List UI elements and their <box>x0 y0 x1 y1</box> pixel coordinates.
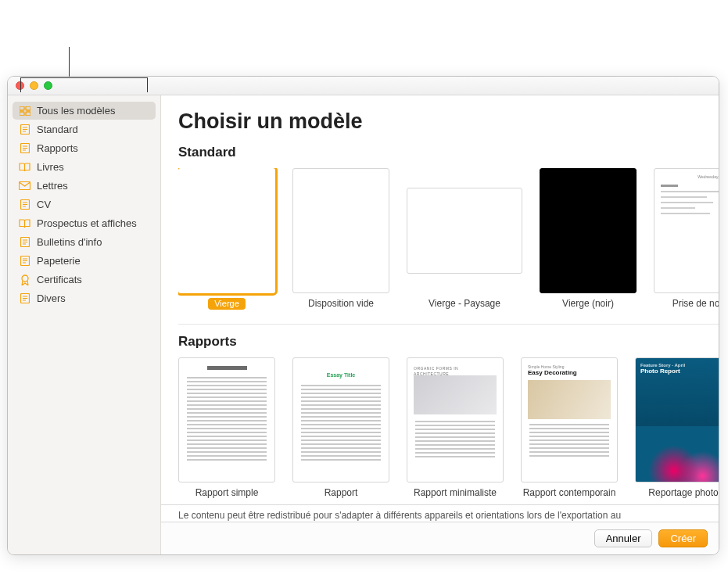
template-label: Vierge - Paysage <box>429 298 500 309</box>
template-thumbnail[interactable]: Wednesday, December 10 <box>654 168 719 293</box>
template-chooser-window: Tous les modèlesStandardRapportsLivresLe… <box>7 76 719 555</box>
sidebar-item-bulletins-d-info[interactable]: Bulletins d'info <box>13 233 156 251</box>
template-scroll-area[interactable]: Choisir un modèle StandardViergeDisposit… <box>161 95 719 504</box>
sidebar-item-papeterie[interactable]: Papeterie <box>13 252 156 270</box>
sidebar-item-rapports[interactable]: Rapports <box>13 139 156 157</box>
callout-bracket-left <box>20 77 70 78</box>
template-card[interactable]: Essay TitleRapport <box>292 357 389 498</box>
fullscreen-window-button[interactable] <box>44 81 52 90</box>
template-card[interactable]: Disposition vide <box>292 168 389 310</box>
sidebar-item-label: Certificats <box>37 274 82 285</box>
main-panel: Choisir un modèle StandardViergeDisposit… <box>161 95 719 554</box>
template-card[interactable]: ORGANIC FORMS IN ARCHITECTURERapport min… <box>407 357 504 498</box>
window-titlebar <box>8 77 719 95</box>
mail-icon <box>19 181 30 191</box>
template-card[interactable]: Simple Home StylingEasy DecoratingRappor… <box>521 357 618 498</box>
sidebar-item-cv[interactable]: CV <box>13 196 156 213</box>
sidebar-item-label: Divers <box>37 292 66 304</box>
sidebar-item-label: Standard <box>37 124 78 135</box>
book-icon <box>19 162 30 172</box>
template-card[interactable]: Vierge - Paysage <box>407 168 522 310</box>
sidebar-item-certificats[interactable]: Certificats <box>13 271 156 289</box>
svg-rect-0 <box>20 106 24 110</box>
template-card[interactable]: Vierge (noir) <box>540 168 637 310</box>
doc-icon <box>19 237 30 247</box>
sidebar-item-divers[interactable]: Divers <box>13 289 156 307</box>
cancel-button[interactable]: Annuler <box>594 529 653 547</box>
template-thumbnail[interactable] <box>292 168 389 293</box>
category-sidebar: Tous les modèlesStandardRapportsLivresLe… <box>8 95 161 554</box>
template-label: Rapport minimaliste <box>414 487 497 498</box>
template-card[interactable]: Vierge <box>178 168 275 310</box>
svg-rect-2 <box>20 112 24 116</box>
page-title: Choisir un modèle <box>178 109 719 134</box>
sidebar-item-lettres[interactable]: Lettres <box>13 177 156 195</box>
sidebar-item-label: Prospectus et affiches <box>37 217 137 229</box>
template-thumbnail[interactable]: Feature Story · AprilPhoto Report <box>635 357 719 483</box>
book-icon <box>19 218 30 228</box>
template-thumbnail[interactable]: Simple Home StylingEasy Decorating <box>521 357 618 483</box>
sidebar-item-standard[interactable]: Standard <box>13 120 156 138</box>
doc-icon <box>19 124 30 135</box>
template-thumbnail[interactable]: Essay Title <box>292 357 389 483</box>
template-card[interactable]: Feature Story · AprilPhoto ReportReporta… <box>635 357 719 498</box>
sidebar-item-label: CV <box>37 199 51 210</box>
sidebar-item-label: Papeterie <box>37 255 81 267</box>
sidebar-item-prospectus-et-affiches[interactable]: Prospectus et affiches <box>13 214 156 232</box>
minimize-window-button[interactable] <box>30 81 38 90</box>
callout-bracket-right <box>70 77 148 78</box>
template-thumbnail[interactable] <box>540 168 637 293</box>
template-label: Vierge <box>208 298 246 310</box>
template-label: Disposition vide <box>308 298 374 309</box>
doc-icon <box>19 143 30 153</box>
templates-row: Rapport simpleEssay TitleRapportORGANIC … <box>178 357 719 498</box>
ribbon-icon <box>19 274 30 285</box>
template-label: Reportage photo <box>648 487 718 498</box>
templates-row: ViergeDisposition videVierge - PaysageVi… <box>178 168 719 310</box>
callout-line <box>69 47 70 77</box>
sidebar-item-livres[interactable]: Livres <box>13 158 156 176</box>
template-section: StandardViergeDisposition videVierge - P… <box>178 145 719 310</box>
template-label: Rapport <box>325 487 358 498</box>
doc-icon <box>19 293 30 303</box>
template-label: Rapport simple <box>195 487 259 498</box>
info-text: Le contenu peut être redistribué pour s'… <box>178 510 621 521</box>
section-title: Rapports <box>178 334 719 350</box>
sidebar-item-label: Rapports <box>37 142 78 154</box>
template-card[interactable]: Wednesday, December 10Prise de notes <box>654 168 719 310</box>
svg-point-25 <box>22 275 28 282</box>
footer-bar: Annuler Créer <box>161 522 719 554</box>
sidebar-item-tous-les-mod-les[interactable]: Tous les modèles <box>13 102 156 120</box>
doc-icon <box>19 256 30 266</box>
svg-rect-3 <box>26 112 30 116</box>
sidebar-item-label: Lettres <box>37 180 68 192</box>
create-button[interactable]: Créer <box>658 529 708 547</box>
template-card[interactable]: Rapport simple <box>178 357 275 498</box>
info-bar: Le contenu peut être redistribué pour s'… <box>161 504 719 522</box>
template-thumbnail[interactable] <box>407 188 522 274</box>
svg-rect-1 <box>26 106 30 110</box>
grid-icon <box>19 106 30 116</box>
template-thumbnail[interactable] <box>178 357 275 483</box>
template-label: Prise de notes <box>672 298 719 309</box>
doc-icon <box>19 199 30 210</box>
template-section: RapportsRapport simpleEssay TitleRapport… <box>178 324 719 498</box>
template-label: Rapport contemporain <box>523 487 616 498</box>
sidebar-item-label: Bulletins d'info <box>37 236 102 248</box>
template-thumbnail[interactable] <box>178 168 275 293</box>
sidebar-item-label: Tous les modèles <box>37 105 115 117</box>
section-title: Standard <box>178 145 719 160</box>
template-label: Vierge (noir) <box>562 298 614 309</box>
sidebar-item-label: Livres <box>37 161 64 173</box>
template-thumbnail[interactable]: ORGANIC FORMS IN ARCHITECTURE <box>407 357 504 483</box>
